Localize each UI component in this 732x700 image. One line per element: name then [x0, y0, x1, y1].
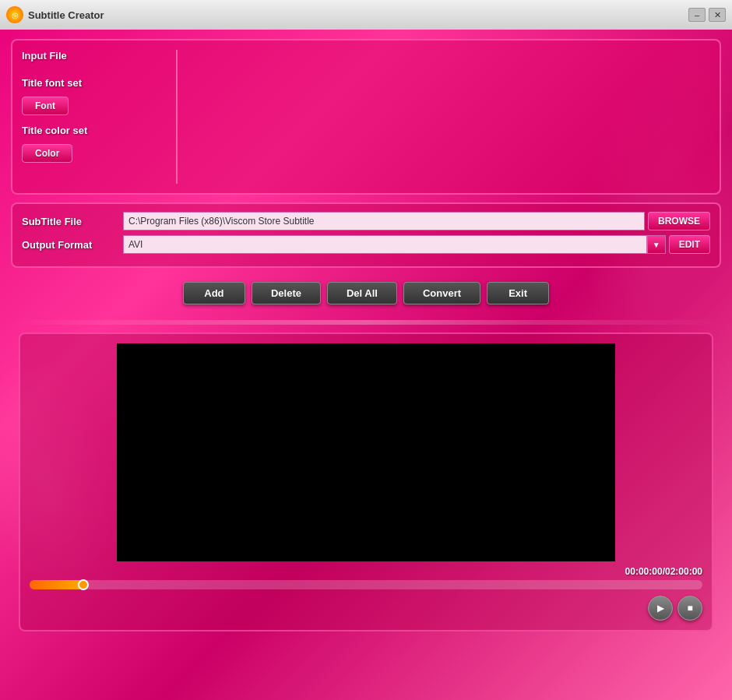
add-button[interactable]: Add: [183, 282, 245, 304]
convert-button[interactable]: Convert: [403, 282, 480, 304]
top-panel: Input File Title font set Font Title col…: [11, 39, 721, 195]
progress-bar-fill: [30, 580, 83, 589]
font-button[interactable]: Font: [22, 97, 69, 115]
color-button[interactable]: Color: [22, 144, 72, 163]
del-all-button[interactable]: Del All: [327, 282, 397, 304]
player-time: 00:00:00/02:00:00: [30, 566, 702, 577]
title-color-set-label: Title color set: [22, 125, 168, 136]
subtitle-path-input[interactable]: [123, 212, 645, 230]
player-container: 00:00:00/02:00:00 ▶ ■: [19, 332, 713, 631]
delete-button[interactable]: Delete: [252, 282, 321, 304]
right-panel: [178, 50, 710, 184]
edit-button[interactable]: EDIT: [669, 235, 710, 254]
window-controls: – ✕: [688, 8, 726, 22]
format-select[interactable]: AVI MP4 MKV MOV WMV: [123, 235, 647, 254]
title-bar: ◎ Subtitle Creator – ✕: [0, 0, 732, 30]
left-panel: Input File Title font set Font Title col…: [22, 50, 178, 184]
format-select-wrapper: AVI MP4 MKV MOV WMV ▼: [123, 235, 666, 254]
exit-button[interactable]: Exit: [487, 282, 549, 304]
app-title: Subtitle Creator: [28, 9, 688, 21]
output-format-row: Output Format AVI MP4 MKV MOV WMV ▼ EDIT: [22, 235, 710, 254]
stop-button[interactable]: ■: [677, 596, 702, 621]
action-buttons-row: Add Delete Del All Convert Exit: [11, 276, 721, 311]
play-icon: ▶: [657, 603, 664, 614]
separator: [11, 320, 721, 325]
app-icon: ◎: [6, 6, 23, 23]
stop-icon: ■: [687, 603, 692, 614]
main-content: Input File Title font set Font Title col…: [0, 30, 732, 641]
play-button[interactable]: ▶: [648, 596, 673, 621]
video-screen: [117, 343, 615, 561]
subtitle-file-row: SubTitle File BROWSE: [22, 212, 710, 230]
subtitle-file-label: SubTitle File: [22, 216, 123, 227]
player-controls: ▶ ■: [30, 596, 702, 621]
subtitle-panel: SubTitle File BROWSE Output Format AVI M…: [11, 202, 721, 268]
progress-thumb[interactable]: [78, 579, 89, 590]
title-font-set-label: Title font set: [22, 77, 168, 89]
browse-button[interactable]: BROWSE: [648, 212, 710, 230]
minimize-button[interactable]: –: [688, 8, 706, 22]
progress-bar[interactable]: [30, 580, 702, 589]
input-file-label: Input File: [22, 50, 168, 62]
select-arrow-icon[interactable]: ▼: [647, 235, 666, 254]
close-button[interactable]: ✕: [709, 8, 726, 22]
output-format-label: Output Format: [22, 239, 123, 251]
